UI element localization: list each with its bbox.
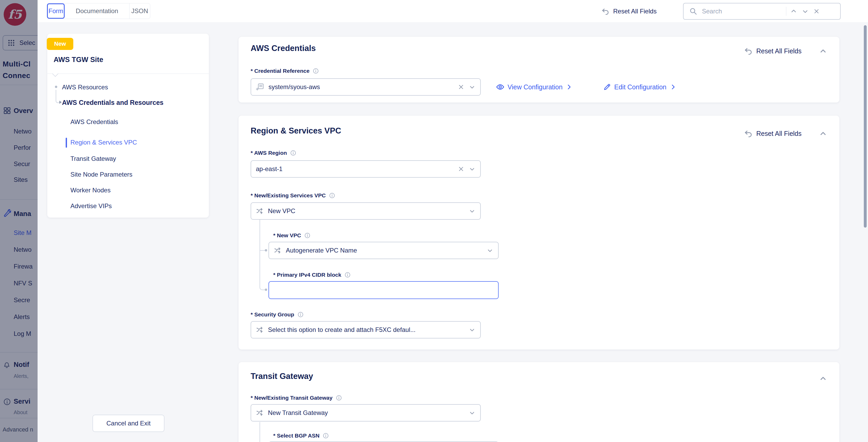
clear-icon[interactable] (458, 84, 464, 90)
section-title: Region & Services VPC (251, 126, 341, 136)
cidr-input[interactable] (269, 281, 499, 299)
chevron-up-icon[interactable] (790, 8, 797, 15)
aws-region-value: ap-east-1 (256, 165, 454, 173)
undo-icon (601, 7, 610, 15)
tab-form[interactable]: Form (47, 3, 65, 19)
aws-region-select[interactable]: ap-east-1 (251, 160, 481, 178)
chevron-down-icon[interactable] (469, 409, 475, 416)
field-label-cidr: * Primary IPv4 CIDR block (273, 272, 351, 278)
new-vpc-value: Autogenerate VPC Name (286, 247, 482, 254)
tab-json[interactable]: JSON (129, 3, 150, 19)
field-label-transit-gateway: * New/Existing Transit Gateway (251, 395, 342, 401)
field-label-aws-region: * AWS Region (251, 150, 296, 156)
tree-item-transit-gateway[interactable]: Transit Gateway (70, 155, 116, 163)
info-icon[interactable] (290, 150, 296, 156)
new-badge: New (47, 38, 73, 50)
shuffle-icon (256, 207, 264, 215)
divider (47, 73, 209, 74)
collapse-chevron-icon[interactable] (819, 129, 827, 138)
info-icon[interactable] (329, 193, 335, 199)
new-vpc-select[interactable]: Autogenerate VPC Name (269, 242, 499, 259)
transit-gateway-select[interactable]: New Transit Gateway (251, 404, 481, 421)
divider-notch (52, 70, 58, 77)
connector-dot (265, 289, 267, 291)
chevron-down-icon[interactable] (469, 326, 475, 333)
info-icon[interactable] (313, 68, 319, 74)
tree-item-advertise-vips[interactable]: Advertise VIPs (70, 202, 112, 210)
shuffle-icon (256, 409, 264, 417)
shuffle-icon (274, 246, 282, 254)
chevron-right-icon (670, 84, 677, 90)
field-label-text: * AWS Region (251, 150, 287, 156)
tree-item-aws-credentials[interactable]: AWS Credentials (70, 118, 118, 126)
section-aws-credentials: AWS Credentials Reset All Fields * Crede… (239, 37, 839, 102)
search-icon (689, 7, 697, 15)
reset-all-fields-button[interactable]: Reset All Fields (601, 0, 656, 22)
nested-connector (259, 422, 267, 442)
tab-documentation[interactable]: Documentation (65, 3, 129, 19)
security-group-value: Select this option to create and attach … (268, 326, 464, 333)
section-reset-button[interactable]: Reset All Fields (744, 47, 827, 55)
vertical-scrollbar-thumb[interactable] (864, 25, 867, 228)
field-label-text: * Primary IPv4 CIDR block (273, 272, 341, 278)
info-icon[interactable] (304, 232, 311, 239)
undo-icon (744, 129, 753, 138)
reset-all-fields-label: Reset All Fields (613, 8, 656, 15)
topbar: Form Documentation JSON Reset All Fields (37, 0, 868, 23)
edit-configuration-label: Edit Configuration (614, 83, 666, 91)
info-icon[interactable] (322, 433, 329, 439)
section-transit-gateway: Transit Gateway * New/Existing Transit G… (239, 362, 839, 442)
field-label-text: * New VPC (273, 232, 301, 239)
clear-icon[interactable] (458, 166, 464, 172)
collapse-chevron-icon[interactable] (819, 47, 827, 55)
section-reset-label: Reset All Fields (756, 47, 802, 55)
field-label-credential-reference: * Credential Reference (251, 68, 319, 74)
section-reset-button[interactable]: Reset All Fields (744, 129, 827, 138)
tree-item-aws-resources[interactable]: AWS Resources (62, 84, 108, 91)
search-divider (786, 7, 786, 16)
info-icon[interactable] (298, 312, 304, 318)
section-title: Transit Gateway (251, 372, 313, 381)
view-configuration-link[interactable]: View Configuration (496, 78, 572, 96)
chevron-down-icon[interactable] (469, 208, 475, 214)
section-reset-label: Reset All Fields (756, 130, 802, 138)
chevron-down-icon[interactable] (487, 247, 493, 254)
security-group-select[interactable]: Select this option to create and attach … (251, 321, 481, 338)
services-vpc-select[interactable]: New VPC (251, 202, 481, 220)
services-vpc-value: New VPC (268, 207, 464, 215)
chevron-down-icon[interactable] (469, 84, 475, 90)
field-label-text: * Security Group (251, 312, 294, 318)
field-label-text: * New/Existing Transit Gateway (251, 395, 333, 401)
info-icon[interactable] (344, 272, 351, 278)
section-region-services-vpc: Region & Services VPC Reset All Fields *… (239, 116, 839, 350)
cancel-and-exit-button[interactable]: Cancel and Exit (92, 415, 164, 432)
credential-reference-value: system/syous-aws (269, 83, 454, 91)
eye-icon (496, 83, 504, 91)
field-label-security-group: * Security Group (251, 312, 304, 318)
pencil-icon (603, 83, 611, 91)
collapse-chevron-icon[interactable] (819, 374, 827, 383)
reference-icon (256, 83, 264, 91)
tree-item-region-services-vpc[interactable]: Region & Services VPC (70, 139, 137, 146)
view-configuration-label: View Configuration (507, 83, 562, 91)
nested-connector (259, 220, 267, 251)
credential-reference-select[interactable]: system/syous-aws (251, 78, 481, 96)
nested-connector (259, 250, 267, 290)
tree-item-site-node-parameters[interactable]: Site Node Parameters (70, 171, 132, 178)
edit-configuration-link[interactable]: Edit Configuration (603, 78, 677, 96)
tree-item-aws-credentials-and-resources[interactable]: AWS Credentials and Resources (62, 99, 163, 107)
field-label-text: * New/Existing Services VPC (251, 193, 326, 199)
tree-item-worker-nodes[interactable]: Worker Nodes (70, 186, 111, 194)
chevron-down-icon[interactable] (469, 166, 475, 172)
close-icon[interactable] (813, 8, 820, 15)
field-label-new-vpc: * New VPC (273, 232, 311, 239)
search-input[interactable] (702, 7, 784, 15)
info-icon[interactable] (336, 395, 342, 401)
app-root: f5 Selec Multi-Cl Connec Overv Netwo Per… (0, 0, 868, 442)
chevron-down-icon[interactable] (802, 8, 809, 15)
undo-icon (744, 47, 753, 55)
section-title: AWS Credentials (251, 43, 316, 53)
chevron-right-icon (566, 84, 572, 90)
shuffle-icon (256, 326, 264, 334)
field-label-bgp-asn: * Select BGP ASN (273, 433, 329, 439)
